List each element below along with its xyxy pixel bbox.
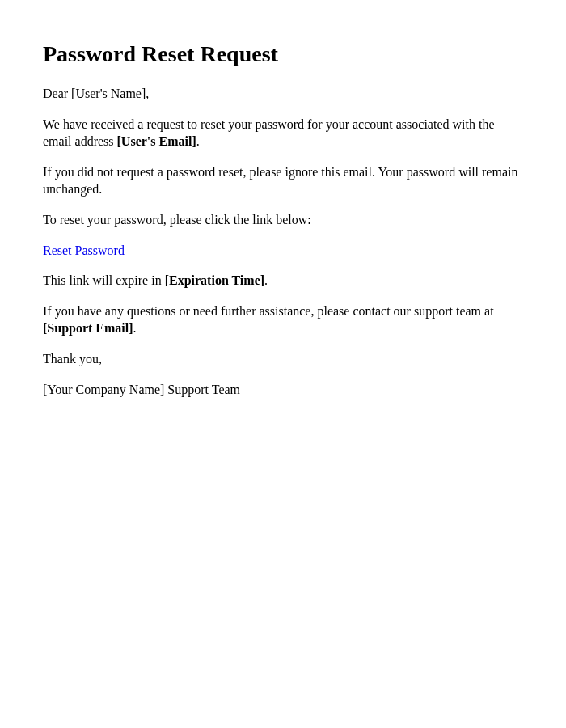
intro-paragraph: We have received a request to reset your… [43, 116, 523, 150]
support-text-b: . [133, 321, 137, 335]
expiration-paragraph: This link will expire in [Expiration Tim… [43, 272, 523, 290]
user-email-placeholder: [User's Email] [117, 134, 196, 148]
user-name-placeholder: [User's Name] [71, 87, 146, 100]
signature-line: [Your Company Name] Support Team [43, 381, 523, 399]
ignore-paragraph: If you did not request a password reset,… [43, 163, 523, 198]
intro-text-a: We have received a request to reset your… [43, 117, 495, 149]
salutation-prefix: Dear [43, 87, 71, 100]
salutation-line: Dear [User's Name], [43, 85, 523, 103]
support-email-placeholder: [Support Email] [43, 321, 133, 335]
document-frame: Password Reset Request Dear [User's Name… [15, 15, 551, 713]
page-title: Password Reset Request [43, 41, 523, 67]
thank-you-line: Thank you, [43, 350, 523, 368]
expiration-text-a: This link will expire in [43, 273, 165, 287]
support-paragraph: If you have any questions or need furthe… [43, 303, 523, 337]
expiration-placeholder: [Expiration Time] [165, 273, 264, 287]
salutation-suffix: , [146, 87, 149, 100]
reset-link-line: Reset Password [43, 242, 523, 260]
intro-text-b: . [196, 134, 200, 148]
instruction-paragraph: To reset your password, please click the… [43, 211, 523, 229]
expiration-text-b: . [264, 273, 268, 287]
support-text-a: If you have any questions or need furthe… [43, 304, 494, 318]
reset-password-link[interactable]: Reset Password [43, 243, 125, 257]
